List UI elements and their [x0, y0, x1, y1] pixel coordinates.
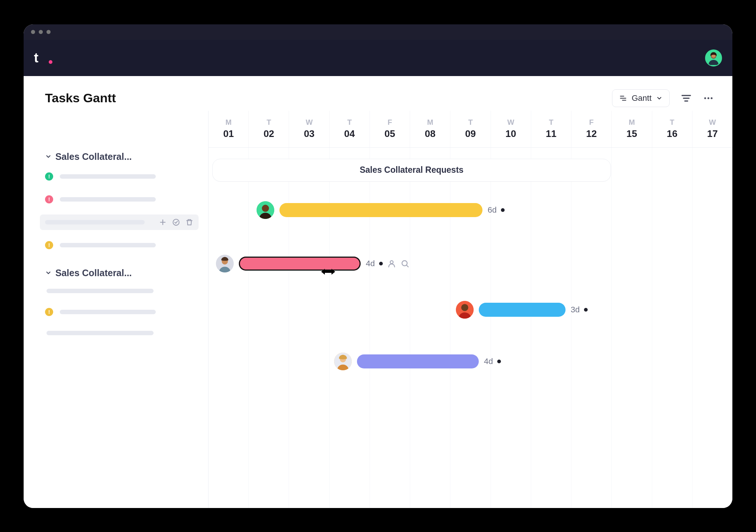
task-row-hovered[interactable]	[40, 214, 199, 230]
group-pill[interactable]: Sales Collateral Requests	[212, 159, 611, 182]
svg-point-23	[461, 304, 468, 311]
avatar-icon	[216, 255, 234, 272]
task-title-placeholder	[60, 174, 156, 179]
timeline-date-label: 11	[546, 128, 557, 140]
user-avatar[interactable]	[705, 49, 722, 66]
search-icon[interactable]	[401, 259, 409, 268]
timeline-column: T11	[531, 111, 571, 147]
timeline-column: F05	[370, 111, 410, 147]
group-header[interactable]: Sales Collateral...	[45, 151, 193, 162]
timeline-grid-column	[249, 148, 289, 508]
user-icon[interactable]	[387, 259, 396, 268]
gantt-task-bar[interactable]: 6d	[257, 203, 505, 217]
timeline-column: M15	[612, 111, 652, 147]
timeline-day-label: W	[507, 118, 514, 127]
timeline-grid-column	[450, 148, 491, 508]
task-row[interactable]: !	[45, 192, 193, 207]
task-duration-bar[interactable]	[239, 257, 361, 271]
window-dot	[39, 30, 43, 34]
timeline-day-label: F	[589, 118, 594, 127]
gantt-task-bar[interactable]: 4d	[334, 354, 501, 368]
task-duration-bar[interactable]	[357, 354, 479, 368]
content: Tasks Gantt Gantt	[24, 76, 732, 508]
timeline-date-label: 17	[707, 128, 718, 140]
view-selector[interactable]: Gantt	[612, 89, 670, 107]
timeline-grid-column	[652, 148, 693, 508]
app-logo[interactable]: t	[34, 50, 50, 66]
trash-icon[interactable]	[185, 218, 193, 226]
assignee-avatar[interactable]	[216, 255, 234, 272]
timeline-grid-column	[209, 148, 249, 508]
task-title-placeholder	[47, 331, 154, 335]
filter-button[interactable]	[681, 93, 692, 104]
task-duration-bar[interactable]	[279, 203, 482, 217]
gantt-task-bar-selected[interactable]: 4d	[216, 257, 409, 271]
timeline-date-label: 12	[586, 128, 597, 140]
timeline-column: T04	[330, 111, 370, 147]
task-duration-label: 4d	[484, 357, 493, 366]
avatar-icon	[706, 50, 721, 66]
timeline-grid-column	[289, 148, 329, 508]
timeline-column: T16	[652, 111, 693, 147]
task-title-placeholder	[47, 289, 154, 293]
timeline-column: W03	[289, 111, 329, 147]
status-dot-yellow: !	[45, 308, 53, 316]
more-button[interactable]	[703, 93, 714, 104]
assignee-avatar[interactable]	[257, 201, 274, 219]
task-duration-label: 3d	[571, 305, 580, 315]
window-dot	[31, 30, 35, 34]
timeline-grid-column	[491, 148, 531, 508]
task-row[interactable]	[45, 285, 193, 297]
svg-point-19	[390, 261, 393, 264]
timeline-column: M01	[209, 111, 249, 147]
timeline-day-label: M	[226, 118, 232, 127]
assignee-avatar[interactable]	[334, 353, 352, 370]
window-dot	[47, 30, 51, 34]
chevron-down-icon	[45, 153, 52, 160]
group-name: Sales Collateral...	[55, 151, 132, 162]
timeline-day-label: W	[306, 118, 313, 127]
assignee-avatar[interactable]	[456, 301, 474, 319]
task-duration-bar[interactable]	[479, 303, 566, 317]
timeline-date-label: 02	[264, 128, 274, 140]
timeline-day-label: M	[427, 118, 433, 127]
page-title: Tasks Gantt	[45, 91, 116, 105]
task-row[interactable]: !	[45, 304, 193, 320]
timeline-column: F12	[571, 111, 612, 147]
timeline-column: T09	[450, 111, 491, 147]
avatar-icon	[257, 201, 274, 219]
view-selector-label: Gantt	[632, 93, 652, 103]
sidebar: Sales Collateral... ! !	[24, 111, 208, 508]
svg-line-21	[406, 265, 408, 267]
timeline-day-label: T	[549, 118, 553, 127]
task-row[interactable]	[45, 327, 193, 339]
timeline-date-label: 15	[626, 128, 637, 140]
window-titlebar	[24, 24, 732, 40]
task-meta: 6d	[488, 205, 505, 215]
task-title-placeholder	[60, 243, 156, 247]
timeline-day-label: T	[267, 118, 271, 127]
svg-point-9	[704, 97, 706, 99]
timeline-grid-column	[571, 148, 612, 508]
timeline-grid-column	[531, 148, 571, 508]
timeline-column: M08	[410, 111, 450, 147]
timeline-grid-column	[410, 148, 450, 508]
group-header[interactable]: Sales Collateral...	[45, 268, 193, 278]
task-row[interactable]: !	[45, 237, 193, 253]
group-pill-label: Sales Collateral Requests	[360, 165, 463, 175]
plus-icon[interactable]	[159, 218, 167, 226]
task-meta: 4d	[484, 357, 501, 366]
gantt-task-bar[interactable]: 3d	[456, 303, 588, 317]
avatar-icon	[456, 301, 474, 319]
timeline-day-label: M	[629, 118, 635, 127]
task-title-placeholder	[60, 197, 156, 202]
check-circle-icon[interactable]	[172, 218, 180, 226]
timeline-date-label: 04	[344, 128, 355, 140]
avatar-icon	[334, 353, 352, 370]
timeline-day-label: T	[347, 118, 352, 127]
status-dot-green: !	[45, 172, 53, 181]
meta-dot	[379, 262, 383, 265]
filter-icon	[681, 93, 692, 104]
task-row[interactable]: !	[45, 169, 193, 184]
task-meta: 4d	[366, 259, 409, 268]
